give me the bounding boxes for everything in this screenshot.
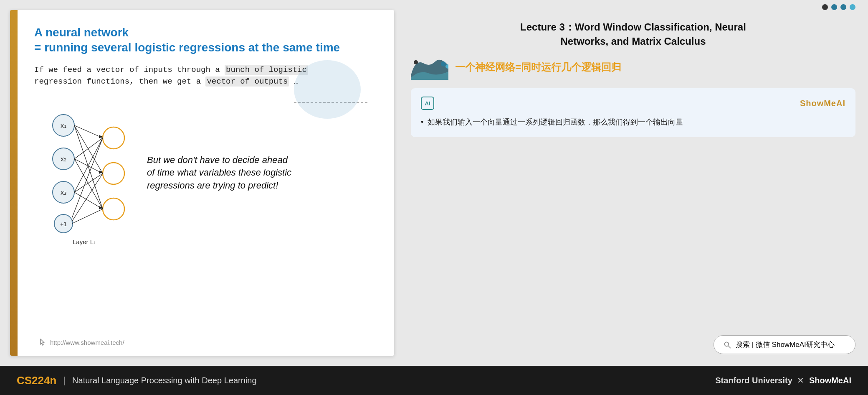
slide-left-bar — [10, 10, 18, 356]
chinese-title-card: 一个神经网络=同时运行几个逻辑回归 — [411, 55, 855, 80]
showmeai-card-body: • 如果我们输入一个向量通过一系列逻辑回归函数，那么我们得到一个输出向量 — [421, 116, 845, 129]
teal-graphic — [411, 55, 448, 80]
slide-url: http://www.showmeai.tech/ — [38, 338, 124, 347]
svg-text:x₁: x₁ — [61, 122, 66, 129]
university-name: Stanford University — [715, 376, 792, 385]
bullet-point: • — [421, 116, 423, 129]
bottom-bar: CS224n | Natural Language Processing wit… — [0, 366, 868, 395]
dot-3 — [840, 4, 846, 10]
svg-point-11 — [103, 198, 124, 220]
slide-title-line1: A neural network — [34, 26, 129, 39]
main-content: A neural network = running several logis… — [0, 0, 868, 366]
dot-2 — [831, 4, 837, 10]
brand-name: ShowMeAI — [809, 376, 851, 385]
svg-text:+1: +1 — [60, 221, 67, 227]
lecture-title: Lecture 3：Word Window Classification, Ne… — [411, 20, 855, 48]
svg-line-14 — [74, 125, 103, 209]
slide-content: A neural network = running several logis… — [18, 10, 394, 356]
slide-title: A neural network = running several logis… — [34, 25, 377, 56]
search-bar[interactable]: 搜索 | 微信 ShowMeAI研究中心 — [714, 335, 855, 354]
svg-point-9 — [103, 127, 124, 149]
lecture-title-line1: Lecture 3：Word Window Classification, Ne… — [520, 21, 746, 33]
search-icon — [723, 341, 731, 349]
svg-line-19 — [74, 173, 103, 192]
svg-line-31 — [729, 346, 731, 348]
dot-1 — [822, 4, 828, 10]
course-separator: | — [63, 375, 66, 386]
nn-diagram-container: x₁ x₂ x₃ +1 — [34, 100, 134, 246]
card-bullet: • 如果我们输入一个向量通过一系列逻辑回归函数，那么我们得到一个输出向量 — [421, 116, 845, 129]
dots-row — [411, 0, 855, 12]
italic-text: But we don't have to decide ahead of tim… — [134, 154, 293, 192]
svg-line-22 — [72, 173, 103, 222]
course-name: Natural Language Processing with Deep Le… — [72, 376, 256, 385]
bottom-right: Stanford University ✕ ShowMeAI — [715, 375, 851, 385]
cross-mark: ✕ — [797, 376, 804, 385]
svg-point-10 — [103, 163, 124, 184]
ai-icon: AI — [421, 97, 434, 110]
nn-svg: x₁ x₂ x₃ +1 — [34, 100, 134, 234]
layer-label: Layer L₁ — [34, 238, 134, 246]
svg-line-23 — [72, 209, 103, 224]
showmeai-card-header: AI ShowMeAI — [421, 97, 845, 110]
diagram-area: x₁ x₂ x₃ +1 — [34, 100, 377, 246]
svg-text:x₃: x₃ — [61, 189, 66, 196]
svg-point-28 — [441, 61, 446, 66]
teal-graphic-svg — [411, 55, 448, 80]
slide-title-line2: = running several logistic regressions a… — [34, 41, 340, 54]
showmeai-brand: ShowMeAI — [800, 99, 845, 108]
card-bullet-text: 如果我们输入一个向量通过一系列逻辑回归函数，那么我们得到一个输出向量 — [428, 116, 683, 129]
svg-point-30 — [724, 342, 729, 346]
svg-point-27 — [414, 60, 418, 64]
showmeai-card: AI ShowMeAI • 如果我们输入一个向量通过一系列逻辑回归函数，那么我们… — [411, 88, 855, 137]
url-text: http://www.showmeai.tech/ — [50, 339, 124, 346]
dot-4 — [850, 4, 855, 10]
slide-panel: A neural network = running several logis… — [10, 10, 394, 356]
svg-text:x₂: x₂ — [61, 155, 66, 163]
lecture-title-line2: Networks, and Matrix Calculus — [560, 36, 706, 47]
search-bar-area: 搜索 | 微信 ShowMeAI研究中心 — [714, 335, 855, 354]
search-text: 搜索 | 微信 ShowMeAI研究中心 — [736, 340, 835, 349]
svg-line-12 — [74, 125, 103, 138]
cursor-icon — [38, 338, 47, 347]
chinese-title-text: 一个神经网络=同时运行几个逻辑回归 — [455, 61, 621, 74]
lecture-header: Lecture 3：Word Window Classification, Ne… — [411, 12, 855, 55]
course-code: CS224n — [17, 374, 56, 387]
right-panel: Lecture 3：Word Window Classification, Ne… — [394, 0, 868, 366]
